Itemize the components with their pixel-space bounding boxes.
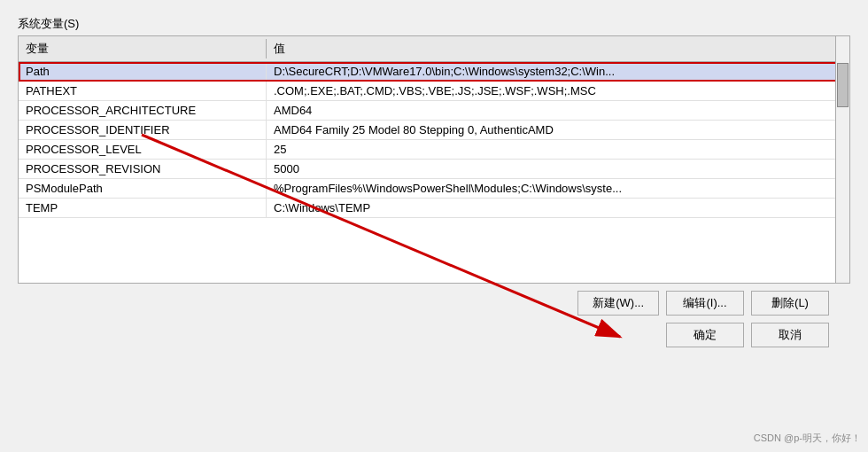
delete-button[interactable]: 删除(L): [751, 291, 829, 316]
row-value-cell: 5000: [267, 160, 849, 178]
row-value-cell: AMD64 Family 25 Model 80 Stepping 0, Aut…: [267, 121, 849, 139]
row-value-cell: C:\Windows\TEMP: [267, 199, 849, 217]
cancel-button[interactable]: 取消: [751, 323, 829, 347]
table-row[interactable]: PROCESSOR_ARCHITECTUREAMD64: [19, 101, 849, 121]
row-name-cell: PROCESSOR_REVISION: [19, 160, 267, 178]
scrollbar[interactable]: [835, 36, 849, 283]
table-row[interactable]: PathD:\SecureCRT;D:\VMWare17.0\bin;C:\Wi…: [19, 62, 849, 82]
variables-table: 变量 值 PathD:\SecureCRT;D:\VMWare17.0\bin;…: [18, 35, 850, 284]
row-value-cell: D:\SecureCRT;D:\VMWare17.0\bin;C:\Window…: [267, 62, 849, 81]
header-value-col: 值: [267, 39, 292, 58]
row-value-cell: AMD64: [267, 101, 849, 120]
header-name-col: 变量: [19, 39, 267, 58]
table-row[interactable]: PROCESSOR_LEVEL25: [19, 140, 849, 160]
row-name-cell: PATHEXT: [19, 82, 267, 100]
table-row[interactable]: TEMPC:\Windows\TEMP: [19, 199, 849, 218]
row-name-cell: PROCESSOR_ARCHITECTURE: [19, 101, 267, 120]
table-header: 变量 值: [19, 36, 849, 62]
confirm-buttons-row: 确定 取消: [18, 323, 829, 347]
system-variables-dialog: 系统变量(S) 变量 值 PathD:\SecureCRT;D:\VMWare1…: [0, 0, 868, 452]
row-value-cell: .COM;.EXE;.BAT;.CMD;.VBS;.VBE;.JS;.JSE;.…: [267, 82, 849, 100]
row-value-cell: %ProgramFiles%\WindowsPowerShell\Modules…: [267, 179, 849, 198]
table-row[interactable]: PROCESSOR_REVISION5000: [19, 160, 849, 179]
table-row[interactable]: PROCESSOR_IDENTIFIERAMD64 Family 25 Mode…: [19, 121, 849, 140]
watermark: CSDN @p-明天，你好！: [754, 432, 861, 445]
new-button[interactable]: 新建(W)...: [577, 291, 659, 316]
row-name-cell: TEMP: [19, 199, 267, 217]
table-row[interactable]: PSModulePath%ProgramFiles%\WindowsPowerS…: [19, 179, 849, 199]
table-row[interactable]: PATHEXT.COM;.EXE;.BAT;.CMD;.VBS;.VBE;.JS…: [19, 82, 849, 101]
edit-buttons-row: 新建(W)... 编辑(I)... 删除(L): [18, 291, 829, 316]
section-label: 系统变量(S): [18, 16, 850, 32]
row-value-cell: 25: [267, 140, 849, 159]
row-name-cell: PROCESSOR_LEVEL: [19, 140, 267, 159]
scrollbar-thumb[interactable]: [837, 63, 849, 107]
row-name-cell: Path: [19, 62, 267, 81]
table-body: PathD:\SecureCRT;D:\VMWare17.0\bin;C:\Wi…: [19, 62, 849, 218]
edit-button[interactable]: 编辑(I)...: [666, 291, 744, 316]
row-name-cell: PROCESSOR_IDENTIFIER: [19, 121, 267, 139]
row-name-cell: PSModulePath: [19, 179, 267, 198]
ok-button[interactable]: 确定: [666, 323, 744, 347]
